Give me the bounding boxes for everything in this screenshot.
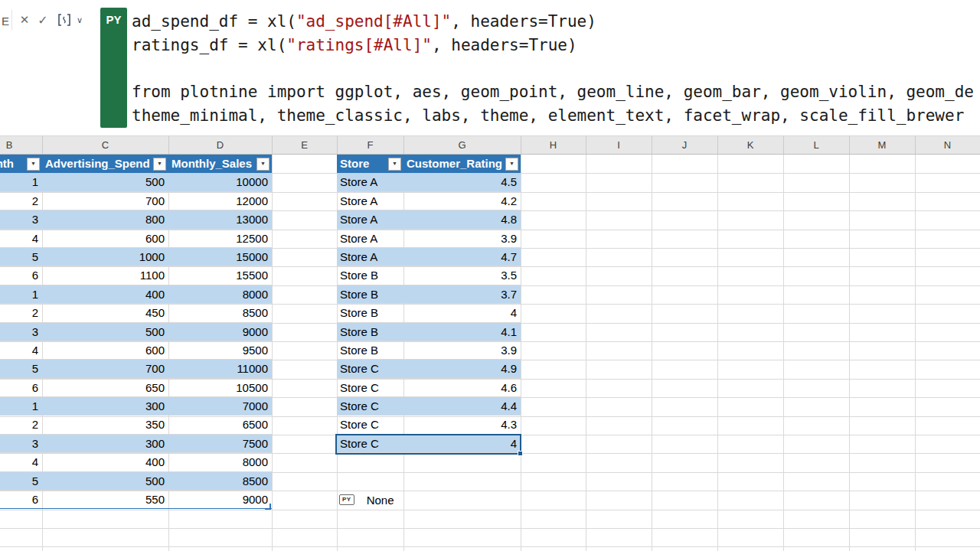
table-cell[interactable]: 10500 — [168, 379, 272, 396]
table-cell[interactable]: 4.2 — [403, 192, 521, 210]
column-header-G[interactable]: G — [451, 136, 474, 154]
table-cell[interactable]: 4 — [0, 453, 42, 471]
table-cell[interactable]: 400 — [42, 453, 168, 471]
filter-dropdown-button[interactable]: ▼ — [153, 158, 166, 171]
table-resize-handle[interactable] — [265, 504, 271, 510]
column-header-N[interactable]: N — [936, 136, 959, 154]
table-cell[interactable]: 2 — [0, 192, 42, 210]
column-header-K[interactable]: K — [739, 136, 762, 154]
formula-code-editor[interactable]: ad_spend_df = xl("ad_spend[#All]", heade… — [132, 10, 980, 132]
table-cell[interactable]: 6500 — [168, 416, 272, 433]
python-output-type-selector[interactable]: ∨ — [57, 11, 83, 29]
column-header-E[interactable]: E — [293, 136, 316, 154]
table-cell[interactable]: 1000 — [42, 248, 168, 266]
filter-dropdown-button[interactable]: ▼ — [388, 158, 401, 171]
table-cell[interactable]: 15500 — [168, 266, 272, 284]
table-cell[interactable]: 3 — [0, 210, 42, 228]
table-cell[interactable]: 10000 — [168, 173, 272, 191]
table-cell[interactable]: 13000 — [168, 210, 272, 228]
table-cell[interactable]: 400 — [42, 285, 168, 303]
table-cell[interactable]: 7000 — [168, 397, 272, 415]
table-cell[interactable]: 1 — [0, 285, 42, 303]
table-cell[interactable]: Store B — [337, 341, 403, 359]
column-header-F[interactable]: F — [359, 136, 382, 154]
table-cell[interactable]: 2 — [0, 416, 42, 433]
table-cell[interactable]: 6 — [0, 491, 42, 508]
column-header-C[interactable]: C — [94, 136, 117, 154]
table-cell[interactable]: 7500 — [168, 435, 272, 452]
table-cell[interactable]: 1 — [0, 397, 42, 415]
table-cell[interactable]: 4.9 — [403, 360, 521, 377]
table-cell[interactable]: 4 — [403, 435, 521, 452]
table-cell[interactable]: 4 — [0, 230, 42, 247]
table-cell[interactable]: 9000 — [168, 323, 272, 341]
table-cell[interactable]: Store A — [337, 230, 403, 247]
table-header-cell[interactable]: Month▼ — [0, 155, 42, 173]
cancel-icon[interactable]: ✕ — [15, 10, 34, 30]
table-cell[interactable]: 4 — [0, 341, 42, 359]
table-cell[interactable]: 4.7 — [403, 248, 521, 266]
table-header-cell[interactable]: Store▼ — [337, 155, 403, 173]
enter-icon[interactable]: ✓ — [33, 10, 53, 30]
table-cell[interactable]: Store C — [337, 416, 403, 433]
table-cell[interactable]: 350 — [42, 416, 168, 433]
table-cell[interactable]: 650 — [42, 379, 168, 396]
python-output-cell[interactable]: PY None — [339, 491, 394, 509]
table-cell[interactable]: 700 — [42, 360, 168, 377]
table-cell[interactable]: Store B — [337, 266, 403, 284]
table-cell[interactable]: 8000 — [168, 285, 272, 303]
table-header-cell[interactable]: Customer_Rating▼ — [403, 155, 521, 173]
table-cell[interactable]: Store A — [337, 192, 403, 210]
table-cell[interactable]: 3.9 — [403, 230, 521, 247]
table-cell[interactable]: 300 — [42, 435, 168, 452]
table-cell[interactable]: Store C — [337, 435, 403, 452]
sheet-grid[interactable]: Month▼Advertising_Spend▼Monthly_Sales▼15… — [0, 155, 980, 551]
table-cell[interactable]: 600 — [42, 341, 168, 359]
table-cell[interactable]: 4.1 — [403, 323, 521, 341]
table-header-cell[interactable]: Advertising_Spend▼ — [42, 155, 168, 173]
table-cell[interactable]: 8500 — [168, 304, 272, 321]
fill-handle[interactable] — [518, 451, 523, 456]
column-header-M[interactable]: M — [871, 136, 893, 154]
table-cell[interactable]: 5 — [0, 248, 42, 266]
table-cell[interactable]: Store B — [337, 285, 403, 303]
table-cell[interactable]: 4 — [403, 304, 521, 321]
table-cell[interactable]: 3 — [0, 435, 42, 452]
table-cell[interactable]: Store A — [337, 248, 403, 266]
table-cell[interactable]: 3.7 — [403, 285, 521, 303]
table-cell[interactable]: 9500 — [168, 341, 272, 359]
table-cell[interactable]: 600 — [42, 230, 168, 247]
table-cell[interactable]: 4.5 — [403, 173, 521, 191]
table-cell[interactable]: 450 — [42, 304, 168, 321]
table-cell[interactable]: 5 — [0, 472, 42, 490]
table-header-cell[interactable]: Monthly_Sales▼ — [168, 155, 272, 173]
column-header-L[interactable]: L — [805, 136, 828, 154]
column-header-D[interactable]: D — [209, 136, 232, 154]
table-cell[interactable]: 6 — [0, 266, 42, 284]
table-cell[interactable]: 12500 — [168, 230, 272, 247]
table-cell[interactable]: Store A — [337, 173, 403, 191]
table-cell[interactable]: 800 — [42, 210, 168, 228]
table-cell[interactable]: 3.9 — [403, 341, 521, 359]
table-cell[interactable]: 1100 — [42, 266, 168, 284]
table-cell[interactable]: 15000 — [168, 248, 272, 266]
column-header-H[interactable]: H — [542, 136, 565, 154]
table-cell[interactable]: 4.3 — [403, 416, 521, 433]
table-cell[interactable]: 8000 — [168, 453, 272, 471]
table-cell[interactable]: 2 — [0, 304, 42, 321]
table-cell[interactable]: 4.4 — [403, 397, 521, 415]
table-cell[interactable]: 9000 — [168, 491, 272, 508]
table-cell[interactable]: 500 — [42, 173, 168, 191]
filter-dropdown-button[interactable]: ▼ — [27, 158, 40, 171]
table-cell[interactable]: Store C — [337, 360, 403, 377]
table-cell[interactable]: Store B — [337, 323, 403, 341]
table-cell[interactable]: Store A — [337, 210, 403, 228]
column-header-B[interactable]: B — [0, 136, 21, 154]
table-cell[interactable]: Store B — [337, 304, 403, 321]
table-cell[interactable]: 11000 — [168, 360, 272, 377]
table-cell[interactable]: 550 — [42, 491, 168, 508]
table-cell[interactable]: 500 — [42, 472, 168, 490]
table-cell[interactable]: 3.5 — [403, 266, 521, 284]
table-cell[interactable]: 12000 — [168, 192, 272, 210]
filter-dropdown-button[interactable]: ▼ — [505, 158, 518, 171]
